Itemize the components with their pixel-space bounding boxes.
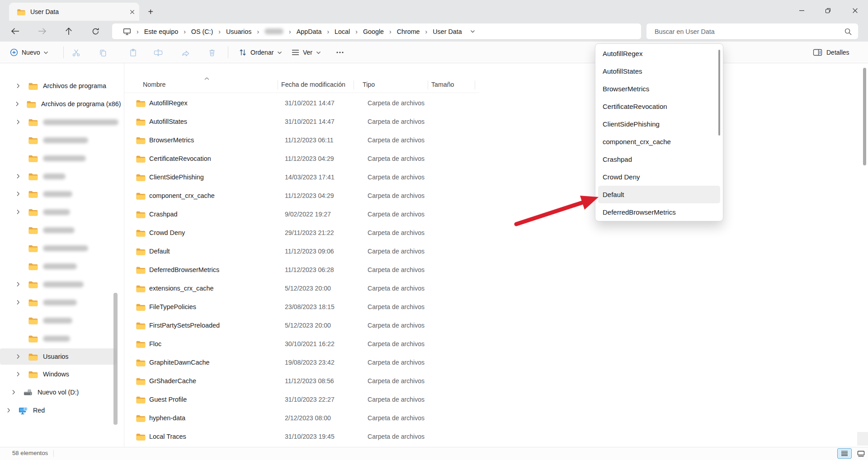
column-header-fecha-de-modificaci-n[interactable]: Fecha de modificación bbox=[281, 78, 345, 91]
column-header-nombre[interactable]: Nombre bbox=[143, 78, 165, 91]
table-row[interactable]: AutofillStates31/10/2021 14:47Carpeta de… bbox=[124, 113, 856, 131]
breadcrumb[interactable]: ›Este equipo›OS (C:)›Usuarios››AppData›L… bbox=[112, 23, 641, 40]
sidebar-item-redacted[interactable] bbox=[0, 149, 118, 167]
breadcrumb-item[interactable]: User Data bbox=[433, 28, 462, 35]
breadcrumb-separator-icon[interactable]: › bbox=[420, 28, 433, 35]
breadcrumb-item[interactable]: AppData bbox=[297, 28, 322, 35]
paste-button[interactable] bbox=[127, 46, 139, 59]
breadcrumb-item[interactable]: Local bbox=[335, 28, 350, 35]
table-row[interactable]: FirstPartySetsPreloaded5/12/2023 20:00Ca… bbox=[124, 316, 856, 335]
details-pane-button[interactable]: Detalles bbox=[813, 46, 849, 59]
cut-button[interactable] bbox=[70, 46, 82, 59]
breadcrumb-item[interactable]: Chrome bbox=[397, 28, 420, 35]
sidebar-item-windows[interactable]: Windows bbox=[0, 365, 118, 383]
large-icons-view-button[interactable] bbox=[854, 448, 868, 459]
chevron-right-icon[interactable] bbox=[15, 174, 21, 179]
chevron-right-icon[interactable] bbox=[15, 371, 21, 377]
breadcrumb-separator-icon[interactable]: › bbox=[213, 28, 226, 35]
tab-close-icon[interactable] bbox=[130, 9, 135, 14]
sidebar-item-redacted[interactable] bbox=[0, 311, 118, 329]
table-row[interactable]: BrowserMetrics11/12/2023 06:11Carpeta de… bbox=[124, 131, 856, 150]
vertical-scrollbar[interactable] bbox=[863, 68, 866, 165]
chevron-right-icon[interactable] bbox=[11, 390, 16, 395]
chevron-right-icon[interactable] bbox=[15, 119, 21, 125]
sidebar-item-redacted[interactable] bbox=[0, 131, 118, 149]
breadcrumb-item[interactable]: Este equipo bbox=[144, 28, 179, 35]
sidebar-item-nuevo-vol-d-[interactable]: Nuevo vol (D:) bbox=[0, 383, 118, 401]
chevron-right-icon[interactable] bbox=[15, 282, 21, 287]
table-row[interactable]: AutofillRegex31/10/2021 14:47Carpeta de … bbox=[124, 94, 856, 113]
dropdown-item[interactable]: ClientSidePhishing bbox=[595, 115, 723, 133]
table-row[interactable]: DeferredBrowserMetrics11/12/2023 06:28Ca… bbox=[124, 261, 856, 279]
up-button[interactable] bbox=[62, 24, 75, 38]
table-row[interactable]: FileTypePolicies23/08/2023 18:15Carpeta … bbox=[124, 298, 856, 316]
breadcrumb-separator-icon[interactable]: › bbox=[321, 28, 335, 35]
chevron-right-icon[interactable] bbox=[6, 408, 11, 413]
sidebar-item-redacted[interactable] bbox=[0, 113, 118, 131]
breadcrumb-item[interactable]: Usuarios bbox=[226, 28, 251, 35]
table-row[interactable]: Floc30/10/2021 16:22Carpeta de archivos bbox=[124, 335, 856, 353]
table-row[interactable]: Crowd Deny29/11/2023 21:22Carpeta de arc… bbox=[124, 224, 856, 242]
sidebar-item-redacted[interactable] bbox=[0, 185, 118, 203]
view-button[interactable]: Ver bbox=[292, 46, 321, 59]
forward-button[interactable] bbox=[35, 24, 49, 38]
dropdown-item[interactable]: Crowd Deny bbox=[595, 168, 723, 186]
sidebar-item-redacted[interactable] bbox=[0, 257, 118, 275]
chevron-right-icon[interactable] bbox=[15, 101, 19, 107]
breadcrumb-item-redacted[interactable] bbox=[264, 28, 283, 34]
sidebar-item-archivos-de-programa-x86-[interactable]: Archivos de programa (x86) bbox=[0, 95, 118, 113]
dropdown-item[interactable]: CertificateRevocation bbox=[595, 98, 723, 115]
search-input[interactable] bbox=[654, 28, 844, 36]
dropdown-item[interactable]: component_crx_cache bbox=[595, 133, 723, 150]
restore-button[interactable] bbox=[820, 4, 835, 17]
breadcrumb-item[interactable]: Google bbox=[363, 28, 384, 35]
details-view-button[interactable] bbox=[837, 448, 852, 459]
sidebar-item-archivos-de-programa[interactable]: Archivos de programa bbox=[0, 77, 118, 95]
rename-button[interactable] bbox=[152, 46, 165, 59]
breadcrumb-separator-icon[interactable]: › bbox=[350, 28, 363, 35]
dropdown-item[interactable]: DeferredBrowserMetrics bbox=[595, 203, 723, 221]
breadcrumb-separator-icon[interactable]: › bbox=[283, 28, 297, 35]
dropdown-item[interactable]: AutofillStates bbox=[595, 62, 723, 80]
table-row[interactable]: extensions_crx_cache5/12/2023 20:00Carpe… bbox=[124, 279, 856, 298]
table-row[interactable]: ClientSidePhishing14/03/2023 17:41Carpet… bbox=[124, 168, 856, 187]
sidebar-item-redacted[interactable] bbox=[0, 203, 118, 221]
breadcrumb-separator-icon[interactable]: › bbox=[178, 28, 191, 35]
search-box[interactable] bbox=[646, 23, 858, 40]
dropdown-scrollbar[interactable] bbox=[718, 50, 720, 136]
sidebar-item-redacted[interactable] bbox=[0, 275, 118, 293]
sidebar-item-redacted[interactable] bbox=[0, 239, 118, 257]
column-header-tipo[interactable]: Tipo bbox=[363, 78, 375, 91]
table-row[interactable]: GraphiteDawnCache19/08/2023 23:42Carpeta… bbox=[124, 353, 856, 372]
more-options-button[interactable] bbox=[334, 46, 346, 59]
sidebar-item-red[interactable]: Red bbox=[0, 401, 118, 419]
new-tab-button[interactable]: + bbox=[145, 6, 156, 18]
sidebar-item-redacted[interactable] bbox=[0, 221, 118, 239]
sort-button[interactable]: Ordenar bbox=[239, 46, 282, 59]
dropdown-item[interactable]: Crashpad bbox=[595, 150, 723, 168]
table-row[interactable]: Guest Profile31/10/2023 22:27Carpeta de … bbox=[124, 390, 856, 409]
table-row[interactable]: hyphen-data2/12/2023 08:00Carpeta de arc… bbox=[124, 409, 856, 427]
copy-button[interactable] bbox=[96, 46, 109, 59]
delete-button[interactable] bbox=[206, 46, 218, 59]
table-row[interactable]: Default11/12/2023 09:06Carpeta de archiv… bbox=[124, 242, 856, 261]
close-button[interactable] bbox=[847, 4, 863, 17]
refresh-button[interactable] bbox=[89, 24, 102, 38]
table-row[interactable]: component_crx_cache11/12/2023 04:29Carpe… bbox=[124, 187, 856, 205]
table-row[interactable]: Crashpad9/02/2022 19:27Carpeta de archiv… bbox=[124, 205, 856, 224]
breadcrumb-separator-icon[interactable]: › bbox=[131, 28, 144, 35]
dropdown-item[interactable]: BrowserMetrics bbox=[595, 80, 723, 98]
new-button[interactable]: Nuevo bbox=[10, 46, 48, 59]
dropdown-item-highlighted[interactable]: Default bbox=[598, 186, 720, 203]
chevron-right-icon[interactable] bbox=[15, 300, 21, 305]
table-row[interactable]: CertificateRevocation11/12/2023 04:29Car… bbox=[124, 150, 856, 168]
column-separator[interactable] bbox=[428, 80, 428, 89]
dropdown-item[interactable]: AutofillRegex bbox=[595, 45, 723, 62]
share-button[interactable] bbox=[179, 46, 192, 59]
back-button[interactable] bbox=[8, 24, 22, 38]
minimize-button[interactable] bbox=[794, 4, 809, 17]
breadcrumb-separator-icon[interactable]: › bbox=[384, 28, 397, 35]
table-row[interactable]: GrShaderCache11/12/2023 08:56Carpeta de … bbox=[124, 372, 856, 390]
sidebar-scrollbar[interactable] bbox=[113, 293, 118, 425]
column-separator[interactable] bbox=[475, 80, 475, 89]
